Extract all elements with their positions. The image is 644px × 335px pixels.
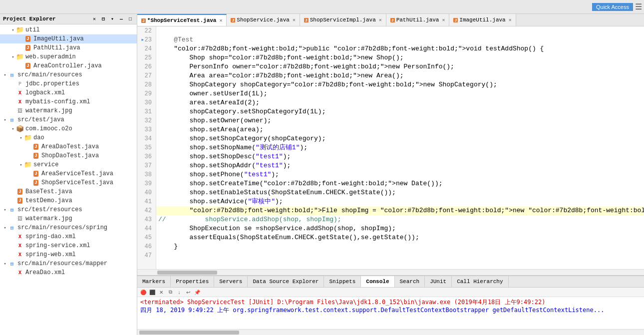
tree-item-AreaController[interactable]: JAreaController.java <box>0 61 137 70</box>
tab-ShopServiceImpl-java[interactable]: JShopServiceImpl.java✕ <box>300 14 386 26</box>
bottom-tab-Call-Hierarchy[interactable]: Call Hierarchy <box>452 276 508 287</box>
bottom-tab-Servers[interactable]: Servers <box>214 276 248 287</box>
code-line-26[interactable]: PersonInfo owner="color:#7b2d8b;font-wei… <box>156 62 644 71</box>
code-line-42[interactable]: "color:#7b2d8b;font-weight:bold;">File s… <box>156 206 644 215</box>
tab-close-btn[interactable]: ✕ <box>293 17 296 23</box>
tab-close-btn[interactable]: ✕ <box>442 17 445 23</box>
tree-item-src_test_java[interactable]: ▾⊞src/test/java <box>0 115 137 124</box>
quick-access-button[interactable]: Quick Access <box>592 3 633 11</box>
console-scroll-btn[interactable]: ↓ <box>175 288 183 296</box>
console-copy-btn[interactable]: ⧉ <box>166 288 174 296</box>
tree-item-watermark2[interactable]: 🖼watermark.jpg <box>0 214 137 223</box>
code-line-47[interactable] <box>156 251 644 260</box>
tree-item-spring_service[interactable]: Xspring-service.xml <box>0 241 137 250</box>
code-line-25[interactable]: Shop shop="color:#7b2d8b;font-weight:bol… <box>156 53 644 62</box>
tree-item-util[interactable]: ▾📁util <box>0 25 137 34</box>
tree-item-AreaServiceTest[interactable]: JAreaServiceTest.java <box>0 169 137 178</box>
tree-item-jdbc[interactable]: Pjdbc.properties <box>0 79 137 88</box>
tree-item-com_imooc_o2o[interactable]: ▾📦com.imooc.o2o <box>0 124 137 133</box>
code-line-41[interactable]: shop.setAdvice("审核中"); <box>156 197 644 206</box>
code-line-37[interactable]: shop.setShopAddr("test1"); <box>156 161 644 170</box>
tree-item-service[interactable]: ▾📁service <box>0 160 137 169</box>
code-line-28[interactable]: ShopCategory shopCategory="color:#7b2d8b… <box>156 80 644 89</box>
editor-outline-row: J*ShopServiceTest.java✕JShopService.java… <box>137 14 644 275</box>
code-line-33[interactable]: shop.setArea(area); <box>156 125 644 134</box>
code-line-27[interactable]: Area area="color:#7b2d8b;font-weight:bol… <box>156 71 644 80</box>
code-line-38[interactable]: shop.setPhone("test1"); <box>156 170 644 179</box>
tree-item-spring_web[interactable]: Xspring-web.xml <box>0 250 137 259</box>
tab-close-btn[interactable]: ✕ <box>379 17 382 23</box>
tree-label-logback: logback.xml <box>25 89 65 96</box>
maximize-icon[interactable]: □ <box>127 15 134 22</box>
minimize-icon[interactable]: — <box>118 15 125 22</box>
line-num-38: 38 <box>139 170 154 179</box>
console-content[interactable]: <terminated> ShopServicecTest [JUnit] D:… <box>137 297 644 329</box>
code-line-39[interactable]: shop.setCreateTime("color:#7b2d8b;font-w… <box>156 179 644 188</box>
bottom-tab-Data-Source-Explorer[interactable]: Data Source Explorer <box>248 276 324 287</box>
console-close-btn[interactable]: ✕ <box>157 288 165 296</box>
settings-icon[interactable]: ▾ <box>109 15 116 22</box>
line-num-33: 33 <box>139 125 154 134</box>
code-line-29[interactable]: owner.setUserId(1L); <box>156 89 644 98</box>
bottom-tab-Search[interactable]: Search <box>395 276 425 287</box>
bottom-tab-Properties[interactable]: Properties <box>171 276 214 287</box>
code-line-31[interactable]: shopCategory.setShopCategoryId(1L); <box>156 107 644 116</box>
console-stop-btn[interactable]: ⬛ <box>148 288 156 296</box>
tab-PathUtil-java[interactable]: JPathUtil.java✕ <box>386 14 450 26</box>
code-line-30[interactable]: area.setAreaId(2); <box>156 98 644 107</box>
code-line-46[interactable]: } <box>156 242 644 251</box>
tree-item-src_test_resources[interactable]: ▾⊞src/test/resources <box>0 205 137 214</box>
tab-ImageUtil-java[interactable]: JImageUtil.java✕ <box>449 14 516 26</box>
tab-icon: J <box>453 17 458 23</box>
code-line-24[interactable]: "color:#7b2d8b;font-weight:bold;">public… <box>156 44 644 53</box>
tree-label-src_test_resources: src/test/resources <box>17 206 82 213</box>
code-line-23[interactable]: @Test <box>156 35 644 44</box>
tree-item-src_main_resources_mapper[interactable]: ▾⊞src/main/resources/mapper <box>0 259 137 268</box>
tree-item-dao[interactable]: ▾📁dao <box>0 133 137 142</box>
tree-item-ShopDaoTest[interactable]: JShopDaoTest.java <box>0 151 137 160</box>
tree-item-ImageUtil[interactable]: JImageUtil.java <box>0 34 137 43</box>
bottom-tab-Markers[interactable]: Markers <box>137 276 171 287</box>
tree-item-src_main_resources_spring[interactable]: ▾⊞src/main/resources/spring <box>0 223 137 232</box>
tab-close-btn[interactable]: ✕ <box>219 17 222 23</box>
console-h-thumb[interactable] <box>139 331 239 335</box>
tree-item-mybatis[interactable]: Xmybatis-config.xml <box>0 97 137 106</box>
bottom-tab-Snippets[interactable]: Snippets <box>324 276 361 287</box>
h-scroll-thumb[interactable] <box>157 271 217 275</box>
menu-icon[interactable]: ☰ <box>635 2 642 12</box>
console-pin-btn[interactable]: 📌 <box>193 288 201 296</box>
editor-scrollbar-h[interactable] <box>137 269 644 275</box>
tab--ShopServiceTest-java[interactable]: J*ShopServiceTest.java✕ <box>137 14 227 26</box>
top-bar: Quick Access ☰ <box>0 0 644 14</box>
tab-ShopService-java[interactable]: JShopService.java✕ <box>227 14 300 26</box>
code-line-40[interactable]: shop.setEnableStatus(ShopStateEnum.CHECK… <box>156 188 644 197</box>
tree-item-AreaDao_xml[interactable]: XAreaDao.xml <box>0 268 137 277</box>
tree-item-BaseTest[interactable]: JBaseTest.java <box>0 187 137 196</box>
tree-item-AreaDaoTest[interactable]: JAreaDaoTest.java <box>0 142 137 151</box>
code-line-22[interactable] <box>156 26 644 35</box>
code-line-36[interactable]: shop.setShopDesc("test1"); <box>156 152 644 161</box>
tree-item-spring_dao[interactable]: Xspring-dao.xml <box>0 232 137 241</box>
console-word-wrap-btn[interactable]: ↩ <box>184 288 192 296</box>
tree-item-PathUtil[interactable]: JPathUtil.java <box>0 43 137 52</box>
tree-item-src_main_resources[interactable]: ▾⊞src/main/resources <box>0 70 137 79</box>
bottom-tab-Console[interactable]: Console <box>361 276 394 287</box>
code-line-34[interactable]: shop.setShopCategory(shopCategory); <box>156 134 644 143</box>
tree-item-watermark1[interactable]: 🖼watermark.jpg <box>0 106 137 115</box>
tab-close-btn[interactable]: ✕ <box>509 17 512 23</box>
console-clear-btn[interactable]: 🔴 <box>139 288 147 296</box>
tree-item-web[interactable]: ▾📁web.superadmin <box>0 52 137 61</box>
tree-item-logback[interactable]: Xlogback.xml <box>0 88 137 97</box>
tree-item-ShopServiceTest[interactable]: JShopServiceTest.java <box>0 178 137 187</box>
code-line-35[interactable]: shop.setShopName("测试的店铺1"); <box>156 143 644 152</box>
code-content[interactable]: @Test "color:#7b2d8b;font-weight:bold;">… <box>156 26 644 269</box>
console-h-scrollbar[interactable] <box>137 329 644 335</box>
code-line-32[interactable]: shop.setOwner(owner); <box>156 116 644 125</box>
close-icon[interactable]: ✕ <box>91 15 98 22</box>
bottom-tab-JUnit[interactable]: JUnit <box>425 276 452 287</box>
collapse-icon[interactable]: ⊟ <box>100 15 107 22</box>
tree-item-testDemo[interactable]: JtestDemo.java <box>0 196 137 205</box>
code-line-43[interactable]: // shopService.addShop(shop, shopImg); <box>156 215 644 224</box>
code-line-44[interactable]: ShopExecution se =shopService.addShop(sh… <box>156 224 644 233</box>
code-line-45[interactable]: assertEquals(ShopStateEnum.CHECK.getStat… <box>156 233 644 242</box>
